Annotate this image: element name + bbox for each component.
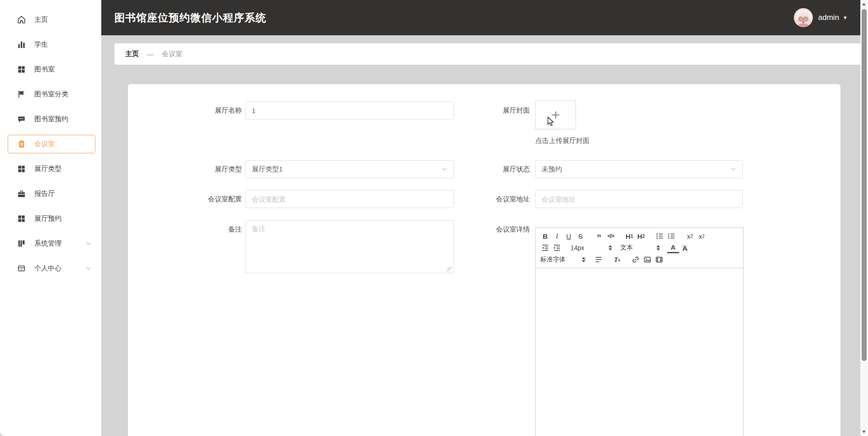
grid-icon bbox=[17, 214, 26, 223]
font-size-value: 14px bbox=[571, 244, 584, 251]
header-2-button[interactable]: H2 bbox=[635, 231, 647, 242]
scrollbar-thumb[interactable] bbox=[862, 9, 867, 361]
sidebar-item-home[interactable]: 主页 bbox=[0, 7, 101, 32]
blockquote-button[interactable]: ” bbox=[593, 231, 605, 242]
remark-textarea[interactable] bbox=[245, 220, 454, 273]
subscript-button[interactable]: x2 bbox=[684, 231, 696, 242]
scroll-up-arrow[interactable] bbox=[862, 3, 866, 5]
breadcrumb-home[interactable]: 主页 bbox=[125, 50, 139, 58]
sidebar-item-label: 展厅类型 bbox=[34, 165, 61, 173]
indent-icon[interactable] bbox=[551, 242, 563, 253]
form-card: 展厅名称 展厅封面 + 点击上传展厅封面 展厅类型 展厅类型1 展厅状态 未预约… bbox=[128, 84, 840, 436]
header-style-value: 文本 bbox=[620, 244, 633, 252]
breadcrumb: 主页 — 会议室 bbox=[114, 43, 860, 65]
hall-name-input[interactable] bbox=[245, 101, 454, 119]
page: 主页 学生 图书室 图书室分类 图书室预约 会议室 bbox=[0, 0, 868, 436]
chevron-down-icon bbox=[85, 241, 91, 246]
scroll-down-arrow[interactable] bbox=[862, 431, 866, 433]
sidebar-item-hall-type[interactable]: 展厅类型 bbox=[0, 156, 101, 181]
bar-chart-icon bbox=[17, 40, 26, 49]
underline-button[interactable]: U bbox=[563, 231, 575, 242]
home-icon bbox=[17, 15, 26, 24]
sidebar-item-library-booking[interactable]: 图书室预约 bbox=[0, 107, 101, 132]
breadcrumb-separator: — bbox=[147, 50, 154, 58]
sidebar-item-system-management[interactable]: 系统管理 bbox=[0, 231, 101, 256]
room-address-input[interactable] bbox=[535, 190, 743, 208]
app-title: 图书馆座位预约微信小程序系统 bbox=[114, 11, 266, 25]
sidebar-item-personal-center[interactable]: 个人中心 bbox=[0, 256, 101, 281]
sidebar-item-label: 个人中心 bbox=[34, 264, 61, 273]
sidebar-item-meeting-room[interactable]: 会议室 bbox=[0, 132, 101, 156]
ordered-list-icon[interactable] bbox=[654, 231, 665, 242]
image-icon[interactable] bbox=[642, 254, 653, 265]
bold-button[interactable]: B bbox=[539, 231, 551, 242]
sidebar-item-library-category[interactable]: 图书室分类 bbox=[0, 82, 101, 107]
user-menu[interactable]: admin ▼ bbox=[794, 0, 848, 35]
hall-cover-label: 展厅封面 bbox=[443, 101, 530, 119]
user-caret-icon: ▼ bbox=[843, 15, 848, 20]
chat-icon bbox=[17, 115, 26, 123]
clipboard-icon bbox=[17, 140, 26, 148]
mouse-cursor-icon bbox=[546, 117, 555, 127]
rich-text-editor: B I U S ” </> H1 H2 bbox=[535, 227, 744, 436]
bullet-list-icon[interactable] bbox=[665, 231, 677, 242]
sidebar-item-label: 展厅预约 bbox=[34, 214, 61, 223]
sidebar-item-label: 会议室 bbox=[34, 140, 55, 148]
font-family-picker[interactable]: 标准字体 bbox=[539, 256, 586, 264]
library-icon bbox=[17, 239, 26, 248]
editor-toolbar: B I U S ” </> H1 H2 bbox=[535, 227, 744, 268]
editor-content-area[interactable] bbox=[535, 268, 744, 436]
code-block-button[interactable]: </> bbox=[605, 231, 617, 242]
avatar bbox=[794, 8, 813, 27]
sidebar-item-label: 报告厅 bbox=[34, 190, 55, 198]
sidebar-item-label: 系统管理 bbox=[34, 239, 61, 248]
superscript-button[interactable]: x2 bbox=[696, 231, 708, 242]
cover-upload-hint: 点击上传展厅封面 bbox=[535, 137, 590, 145]
align-icon[interactable] bbox=[593, 254, 604, 265]
picker-arrows-icon bbox=[656, 245, 660, 251]
sidebar-item-hall-booking[interactable]: 展厅预约 bbox=[0, 206, 101, 231]
video-icon[interactable] bbox=[653, 254, 665, 265]
hall-status-label: 展厅状态 bbox=[443, 160, 530, 178]
background-color-button[interactable]: A bbox=[679, 242, 691, 253]
room-address-label: 会议室地址 bbox=[443, 190, 530, 208]
hall-type-select[interactable]: 展厅类型1 bbox=[245, 160, 454, 178]
italic-button[interactable]: I bbox=[551, 231, 563, 242]
picker-arrows-icon bbox=[582, 257, 585, 262]
sidebar-item-label: 图书室 bbox=[34, 65, 55, 74]
sidebar-item-label: 学生 bbox=[34, 40, 48, 49]
hall-status-select[interactable]: 未预约 bbox=[535, 160, 743, 178]
sidebar-item-students[interactable]: 学生 bbox=[0, 32, 101, 57]
hall-name-label: 展厅名称 bbox=[155, 101, 242, 119]
clear-format-button[interactable]: Tx bbox=[611, 254, 623, 265]
sidebar-item-lecture-hall[interactable]: 报告厅 bbox=[0, 181, 101, 206]
textarea-resize-handle[interactable] bbox=[447, 267, 452, 272]
strikethrough-button[interactable]: S bbox=[575, 231, 586, 242]
outdent-icon[interactable] bbox=[539, 242, 551, 253]
grid-icon bbox=[17, 165, 26, 173]
sidebar-item-label: 主页 bbox=[34, 15, 48, 24]
cover-upload-box[interactable]: + bbox=[535, 100, 576, 129]
hall-status-value: 未预约 bbox=[542, 165, 730, 174]
sidebar-item-library-room[interactable]: 图书室 bbox=[0, 57, 101, 82]
link-icon[interactable] bbox=[630, 254, 642, 265]
header-1-button[interactable]: H1 bbox=[623, 231, 635, 242]
username: admin bbox=[818, 13, 839, 22]
sidebar-item-label: 图书室预约 bbox=[34, 115, 68, 123]
room-config-label: 会议室配置 bbox=[155, 190, 242, 208]
sidebar: 主页 学生 图书室 图书室分类 图书室预约 会议室 bbox=[0, 0, 101, 436]
sidebar-item-label: 图书室分类 bbox=[34, 90, 68, 99]
picker-arrows-icon bbox=[609, 245, 612, 251]
breadcrumb-current: 会议室 bbox=[162, 50, 182, 58]
remark-label: 备注 bbox=[155, 220, 242, 238]
room-config-input[interactable] bbox=[245, 190, 454, 208]
text-color-button[interactable]: A bbox=[667, 242, 679, 253]
flag-icon bbox=[17, 90, 26, 99]
hall-type-label: 展厅类型 bbox=[155, 160, 242, 178]
font-size-picker[interactable]: 14px bbox=[570, 244, 613, 251]
header-style-picker[interactable]: 文本 bbox=[619, 244, 661, 252]
briefcase-icon bbox=[17, 190, 26, 198]
vertical-scrollbar[interactable] bbox=[860, 0, 868, 436]
top-header: 图书馆座位预约微信小程序系统 admin ▼ bbox=[101, 0, 860, 35]
grid-icon bbox=[17, 65, 26, 74]
